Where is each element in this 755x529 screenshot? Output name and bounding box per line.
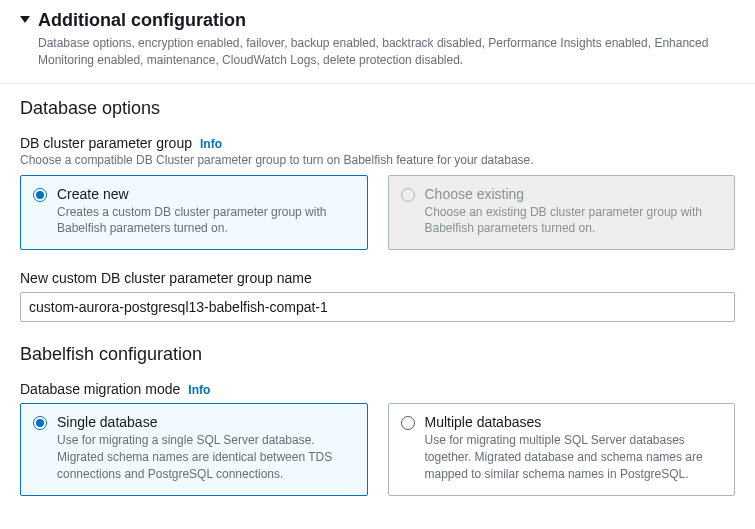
single-database-desc: Use for migrating a single SQL Server da… [57, 432, 355, 482]
create-new-radio[interactable] [33, 188, 47, 202]
choose-existing-body: Choose existing Choose an existing DB cl… [425, 186, 723, 238]
choose-existing-desc: Choose an existing DB cluster parameter … [425, 204, 723, 238]
migration-mode-label: Database migration mode [20, 381, 180, 397]
param-group-info-link[interactable]: Info [200, 137, 222, 151]
choose-existing-title: Choose existing [425, 186, 723, 202]
multiple-databases-radio[interactable] [401, 416, 415, 430]
section-description: Database options, encryption enabled, fa… [0, 31, 755, 83]
custom-name-label: New custom DB cluster parameter group na… [20, 270, 735, 286]
migration-mode-tiles: Single database Use for migrating a sing… [20, 403, 735, 495]
migration-mode-label-row: Database migration mode Info [20, 381, 735, 397]
single-database-body: Single database Use for migrating a sing… [57, 414, 355, 482]
create-new-tile[interactable]: Create new Creates a custom DB cluster p… [20, 175, 368, 251]
choose-existing-tile: Choose existing Choose an existing DB cl… [388, 175, 736, 251]
custom-name-input[interactable] [20, 292, 735, 322]
section-title: Additional configuration [38, 10, 246, 31]
param-group-label-row: DB cluster parameter group Info [20, 135, 735, 151]
param-group-sublabel: Choose a compatible DB Cluster parameter… [20, 153, 735, 167]
migration-mode-info-link[interactable]: Info [188, 383, 210, 397]
babelfish-heading: Babelfish configuration [20, 344, 735, 365]
create-new-desc: Creates a custom DB cluster parameter gr… [57, 204, 355, 238]
multiple-databases-desc: Use for migrating multiple SQL Server da… [425, 432, 723, 482]
single-database-tile[interactable]: Single database Use for migrating a sing… [20, 403, 368, 495]
param-group-tiles: Create new Creates a custom DB cluster p… [20, 175, 735, 251]
caret-down-icon [20, 16, 30, 23]
multiple-databases-body: Multiple databases Use for migrating mul… [425, 414, 723, 482]
multiple-databases-tile[interactable]: Multiple databases Use for migrating mul… [388, 403, 736, 495]
choose-existing-radio [401, 188, 415, 202]
content-area: Database options DB cluster parameter gr… [0, 84, 755, 516]
single-database-title: Single database [57, 414, 355, 430]
section-header[interactable]: Additional configuration [0, 0, 755, 31]
database-options-heading: Database options [20, 98, 735, 119]
param-group-label: DB cluster parameter group [20, 135, 192, 151]
single-database-radio[interactable] [33, 416, 47, 430]
create-new-title: Create new [57, 186, 355, 202]
create-new-body: Create new Creates a custom DB cluster p… [57, 186, 355, 238]
multiple-databases-title: Multiple databases [425, 414, 723, 430]
